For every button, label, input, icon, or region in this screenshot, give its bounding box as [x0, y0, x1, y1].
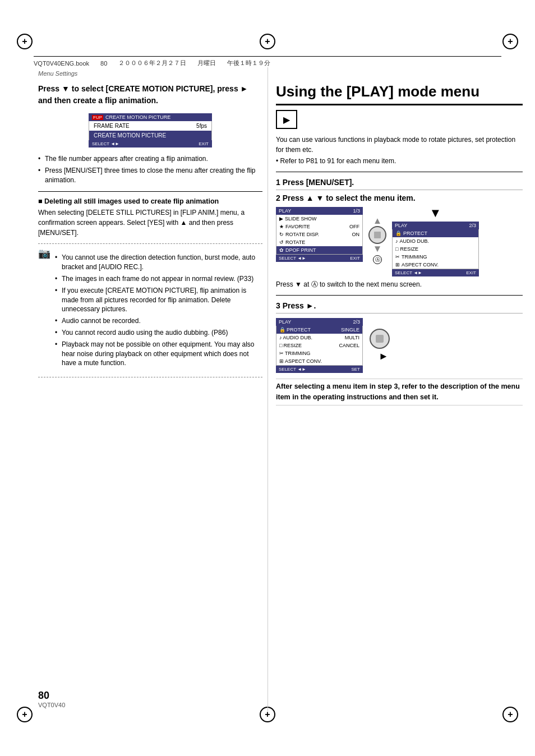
- step1-label: 1 Press [MENU/SET].: [276, 178, 523, 190]
- dpad-wrap-2: ►: [370, 329, 390, 362]
- cam-footer-left: SELECT ◄►: [92, 141, 119, 146]
- cam-footer-right: EXIT: [199, 141, 209, 146]
- play-icon-box: ▶: [276, 110, 297, 129]
- reg-mark-bl: [17, 707, 33, 722]
- arrow-right-icon: ►: [379, 351, 389, 362]
- note-bullet: You cannot use the direction detection f…: [55, 252, 262, 273]
- page-number: 80: [38, 690, 65, 702]
- divider3: [276, 295, 523, 296]
- column-divider: [268, 67, 268, 711]
- reg-mark-br: [502, 707, 518, 722]
- reg-mark-tl: [17, 34, 33, 49]
- note-box: 📷 You cannot use the direction detection…: [38, 243, 262, 377]
- page-code: VQT0V40: [38, 702, 65, 708]
- main-title: Using the [PLAY] mode menu: [276, 83, 523, 105]
- cam-row1-value: 5fps: [196, 123, 207, 129]
- intro-text-2: • Refer to P81 to 91 for each menu item.: [276, 156, 523, 166]
- header-bar: VQT0V40ENG.book 80 ２０００６年２月２７日 月曜日 午後１時１…: [34, 56, 501, 67]
- step3-callout: After selecting a menu item in step 3, r…: [276, 379, 523, 405]
- step3-wrap: PLAY 2/3 🔒PROTECTSINGLE ♪AUDIO DUB.MULTI…: [276, 318, 523, 373]
- note-bullet: Playback may not be possible on other eq…: [55, 339, 262, 369]
- menu2-wrap: ▼ PLAY 2/3 🔒PROTECT ♪AUDIO DUB. □RESIZE: [392, 207, 479, 276]
- play-menus-wrap: PLAY 1/3 ▶SLIDE SHOW ★FAVORITEOFF ↻ROTAT…: [276, 207, 523, 276]
- play-menu-2: PLAY 2/3 🔒PROTECT ♪AUDIO DUB. □RESIZE ✂T…: [392, 222, 479, 276]
- header-filename: VQT0V40ENG.book: [34, 60, 89, 67]
- bullet-item: Press [MENU/SET] three times to close th…: [38, 165, 262, 186]
- camera-ui-step7: FUP CREATE MOTION PICTURE FRAME RATE 5fp…: [89, 113, 212, 147]
- dpad-wrap-1: Ⓐ: [368, 207, 386, 264]
- step3-label: 3 Press ►.: [276, 301, 523, 314]
- cam-ui-header: CREATE MOTION PICTURE: [105, 114, 170, 120]
- header-day: 月曜日: [197, 59, 216, 67]
- reg-mark-tr: [502, 34, 518, 49]
- note-bullets: You cannot use the direction detection f…: [55, 252, 262, 369]
- note-bullet: You cannot record audio using the audio …: [55, 327, 262, 339]
- reg-mark-tc: [260, 34, 275, 49]
- right-column: Using the [PLAY] mode menu ▶ You can use…: [276, 83, 523, 405]
- page-number-area: 80 VQT0V40: [38, 690, 65, 708]
- note-a: Press ▼ at Ⓐ to switch to the next menu …: [276, 280, 523, 289]
- play-menu-3: PLAY 2/3 🔒PROTECTSINGLE ♪AUDIO DUB.MULTI…: [276, 318, 363, 373]
- cam-row1-label: FRAME RATE: [94, 123, 130, 129]
- section-label: Menu Settings: [38, 70, 77, 77]
- header-time: 午後１時１９分: [227, 59, 270, 67]
- note-content: You cannot use the direction detection f…: [55, 247, 262, 374]
- divider1: [38, 191, 262, 192]
- header-pageno: 80: [100, 60, 107, 67]
- delete-section-title: ■ Deleting all still images used to crea…: [38, 197, 262, 205]
- arrow-down: ▼: [430, 207, 442, 219]
- play-menu-1: PLAY 1/3 ▶SLIDE SHOW ★FAVORITEOFF ↻ROTAT…: [276, 207, 363, 262]
- header-date: ２０００６年２月２７日: [118, 59, 186, 67]
- step7-heading: Press ▼ to select [CREATE MOTION PICTURE…: [38, 83, 262, 107]
- step7-bullets: The file number appears after creating a…: [38, 153, 262, 186]
- note-bullet: Audio cannot be recorded.: [55, 315, 262, 327]
- delete-body: When selecting [DELETE STILL PICTURES] i…: [38, 208, 262, 238]
- note-icon: 📷: [38, 247, 50, 374]
- note-bullet: The images in each frame do not appear i…: [55, 273, 262, 285]
- bullet-item: The file number appears after creating a…: [38, 153, 262, 165]
- intro-text-1: You can use various functions in playbac…: [276, 135, 523, 155]
- cam-row2-label: CREATE MOTION PICTURE: [94, 132, 166, 139]
- left-column: Press ▼ to select [CREATE MOTION PICTURE…: [38, 83, 262, 383]
- note-bullet: If you execute [CREATE MOTION PICTURE], …: [55, 285, 262, 315]
- step2-label: 2 Press ▲ ▼ to select the menu item.: [276, 193, 523, 202]
- divider2: [276, 172, 523, 172]
